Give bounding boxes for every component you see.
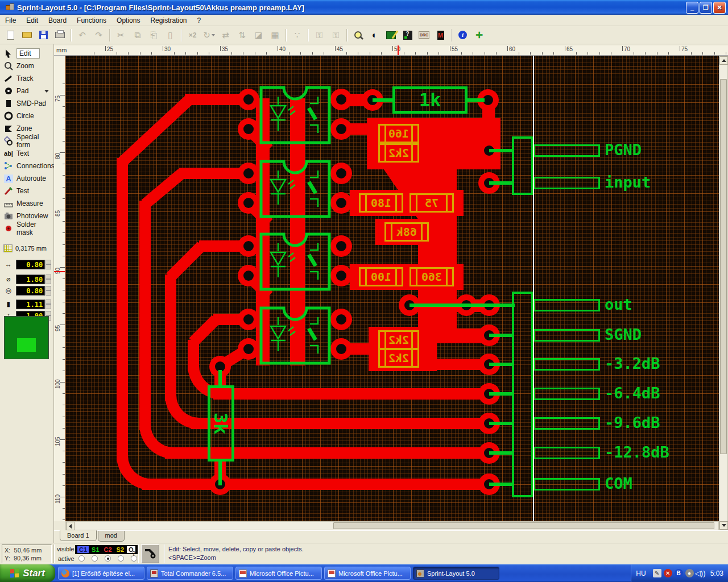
pcb-pad[interactable] bbox=[330, 192, 352, 214]
connector-outline[interactable] bbox=[512, 292, 533, 497]
tool-track[interactable]: Track bbox=[0, 72, 53, 85]
optocoupler-outline[interactable] bbox=[259, 306, 332, 365]
menu-edit[interactable]: Edit bbox=[21, 15, 43, 26]
menu-registration[interactable]: Registration bbox=[145, 15, 192, 26]
menu-file[interactable]: File bbox=[0, 15, 21, 26]
grid-setting[interactable]: 0,3175 mm bbox=[3, 244, 47, 252]
pcb-pad[interactable] bbox=[330, 163, 352, 184]
save-button[interactable] bbox=[36, 28, 51, 43]
spin-down[interactable] bbox=[46, 279, 51, 284]
speaker-icon[interactable]: ◁)) bbox=[696, 569, 705, 577]
device-icon[interactable]: ● bbox=[685, 569, 694, 577]
pcb-pad[interactable] bbox=[330, 89, 352, 110]
spin-up[interactable] bbox=[46, 286, 51, 291]
dropdown-arrow-icon[interactable] bbox=[44, 90, 49, 93]
tool-zoom[interactable]: Zoom bbox=[0, 60, 53, 72]
connector-pin[interactable] bbox=[533, 417, 600, 430]
layer-chip-s1[interactable]: S1 bbox=[90, 546, 101, 553]
pcb-trace-corner[interactable] bbox=[165, 395, 199, 429]
smd-width-spinner[interactable] bbox=[46, 300, 51, 309]
resistor-outline[interactable]: 3k bbox=[208, 385, 234, 462]
pcb-trace[interactable] bbox=[139, 201, 151, 430]
pin-lead[interactable] bbox=[489, 451, 512, 455]
net-label-pgnd[interactable]: PGND bbox=[605, 141, 642, 159]
restore-button[interactable]: ❐ bbox=[700, 2, 712, 14]
minimize-button[interactable]: _ bbox=[686, 2, 698, 14]
silk-line[interactable] bbox=[466, 98, 485, 102]
smd-resistor[interactable]: 360 bbox=[410, 267, 454, 286]
pcb-trace[interactable] bbox=[117, 158, 128, 462]
photoview-tool-button[interactable]: ◐ bbox=[367, 28, 382, 43]
optocoupler-outline[interactable] bbox=[259, 232, 332, 292]
layer-active-radios[interactable] bbox=[75, 555, 140, 562]
tool-autoroute[interactable]: AAutoroute bbox=[0, 172, 53, 185]
net-label-out[interactable]: out bbox=[605, 296, 632, 313]
pcb-trace[interactable] bbox=[165, 275, 176, 401]
connector-pin[interactable] bbox=[533, 177, 600, 189]
task-button-3[interactable]: Microsoft Office Pictu... bbox=[235, 567, 322, 580]
drc-button[interactable]: DRC bbox=[416, 28, 432, 43]
pcb-pad[interactable] bbox=[238, 338, 259, 360]
net-label-32db[interactable]: -3.2dB bbox=[605, 355, 660, 372]
pcb-pad[interactable] bbox=[330, 265, 352, 286]
pin-lead[interactable] bbox=[489, 392, 512, 396]
print-button[interactable] bbox=[52, 28, 68, 43]
smd-resistor[interactable]: 100 bbox=[359, 267, 403, 286]
pcb-trace[interactable] bbox=[191, 418, 495, 429]
connector-pin[interactable] bbox=[533, 329, 600, 342]
tool-text[interactable]: ab|Text bbox=[0, 147, 53, 160]
pcb-pad[interactable] bbox=[238, 192, 259, 214]
layer-radio-s2[interactable] bbox=[118, 555, 124, 562]
spin-up[interactable] bbox=[46, 300, 51, 305]
vertical-scroll-thumb[interactable] bbox=[720, 79, 727, 454]
pin-lead[interactable] bbox=[489, 422, 512, 425]
layer-radio-c1[interactable] bbox=[78, 555, 85, 562]
pcb-pad[interactable] bbox=[330, 118, 352, 140]
pcb-pad[interactable] bbox=[330, 338, 352, 360]
pcb-canvas[interactable]: 1602k21807568k1003602k22k21k3kPGNDinputo… bbox=[65, 56, 719, 521]
open-button[interactable] bbox=[19, 28, 35, 43]
smd-width-input[interactable]: 1.11 bbox=[16, 300, 45, 309]
tool-circle[interactable]: Circle bbox=[0, 110, 53, 122]
solder-check-button[interactable]: ? bbox=[400, 28, 415, 43]
scroll-left-button[interactable] bbox=[66, 522, 75, 530]
macro-button[interactable]: M bbox=[433, 28, 448, 43]
layer-chip-c1[interactable]: C1 bbox=[77, 546, 89, 553]
vertical-scrollbar[interactable] bbox=[719, 56, 728, 530]
scroll-up-button[interactable] bbox=[719, 56, 728, 65]
pen-icon[interactable]: ✎ bbox=[653, 569, 661, 577]
horizontal-scroll-thumb[interactable] bbox=[333, 522, 714, 529]
menu-board[interactable]: Board bbox=[43, 15, 72, 26]
new-button[interactable] bbox=[3, 28, 18, 43]
net-label-96db[interactable]: -9.6dB bbox=[605, 414, 660, 431]
pad-outer-spinner[interactable] bbox=[46, 275, 51, 284]
connector-pin[interactable] bbox=[533, 358, 600, 371]
pin-lead[interactable] bbox=[489, 334, 512, 337]
smd-resistor[interactable]: 160 bbox=[378, 124, 419, 143]
spin-down[interactable] bbox=[46, 304, 51, 309]
menu-[interactable]: ? bbox=[192, 15, 206, 26]
pin-lead[interactable] bbox=[489, 483, 512, 486]
smd-resistor[interactable]: 180 bbox=[359, 193, 403, 213]
tool-measure[interactable]: Measure bbox=[0, 197, 53, 210]
pcb-trace[interactable] bbox=[119, 95, 193, 166]
zoom-tool-button[interactable] bbox=[350, 28, 366, 43]
pcb-trace[interactable] bbox=[142, 479, 495, 490]
tool-pad[interactable]: Pad bbox=[0, 85, 53, 97]
pcb-pad[interactable] bbox=[238, 118, 259, 140]
pcb-pad[interactable] bbox=[238, 235, 259, 257]
info-button[interactable]: i bbox=[455, 28, 470, 43]
silk-line[interactable] bbox=[218, 460, 222, 485]
pin-lead[interactable] bbox=[489, 181, 512, 185]
net-label-64db[interactable]: -6.4dB bbox=[605, 384, 660, 402]
layer-visibility[interactable]: C1S1C2S2O bbox=[75, 545, 138, 554]
layer-chip-c2[interactable]: C2 bbox=[102, 546, 114, 553]
menu-options[interactable]: Options bbox=[111, 15, 145, 26]
silk-line[interactable] bbox=[218, 370, 222, 387]
connector-pin[interactable] bbox=[533, 299, 600, 311]
connector-pin[interactable] bbox=[533, 388, 600, 400]
layer-radio-s1[interactable] bbox=[92, 555, 98, 562]
net-label-input[interactable]: input bbox=[605, 173, 651, 191]
pin-lead[interactable] bbox=[489, 363, 512, 366]
pad-drill-input[interactable]: 0.80 bbox=[16, 286, 45, 296]
